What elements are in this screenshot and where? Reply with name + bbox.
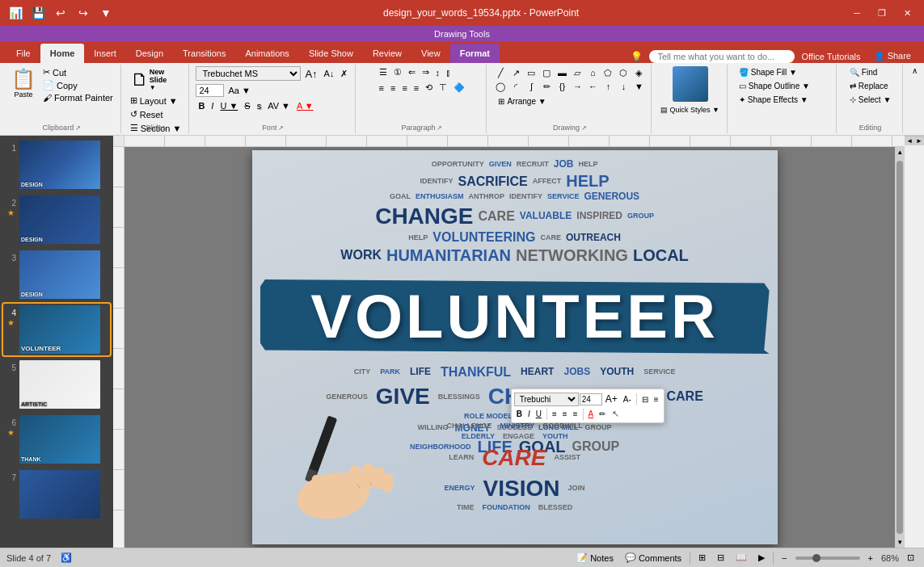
shape-more[interactable]: ▼ xyxy=(631,80,646,93)
align-text-button[interactable]: ⊤ xyxy=(437,82,449,94)
font-expand[interactable]: ↗ xyxy=(278,124,284,132)
close-button[interactable]: ✕ xyxy=(897,6,918,20)
shape-brace[interactable]: {} xyxy=(555,80,569,93)
app-icon[interactable]: 📊 xyxy=(6,4,24,22)
bullet-list-button[interactable]: ☰ xyxy=(377,66,390,78)
shape-line[interactable]: ╱ xyxy=(493,66,508,79)
columns-button[interactable]: ⫿ xyxy=(444,67,454,78)
decrease-font-size-button[interactable]: A↓ xyxy=(322,68,337,79)
find-button[interactable]: 🔍 Find xyxy=(843,66,884,78)
zoom-in-button[interactable]: + xyxy=(865,552,876,564)
scrollbar-vertical[interactable]: ▲ ▼ xyxy=(895,147,905,548)
customize-qat-button[interactable]: ▼ xyxy=(97,4,115,22)
mini-shrink-font[interactable]: A- xyxy=(621,393,634,405)
font-color-button[interactable]: A ▼ xyxy=(294,100,316,111)
restore-button[interactable]: ❒ xyxy=(871,6,892,20)
decrease-indent-button[interactable]: ⇐ xyxy=(406,66,418,78)
scroll-up-arrow[interactable]: ▲ xyxy=(895,147,905,158)
change-case-button[interactable]: Aa ▼ xyxy=(226,85,252,96)
shape-arrow-d[interactable]: ↓ xyxy=(616,80,631,93)
tab-design[interactable]: Design xyxy=(126,44,173,63)
office-tutorials-link[interactable]: Office Tutorials xyxy=(801,52,860,61)
mini-columns-btn[interactable]: ⊟ xyxy=(639,393,651,405)
layout-button[interactable]: ⊞ Layout ▼ xyxy=(128,94,180,107)
mini-bold-button[interactable]: B xyxy=(514,408,525,420)
shape-connector[interactable]: ↗ xyxy=(508,66,523,79)
fit-slide-button[interactable]: ⊡ xyxy=(904,552,918,564)
shape-arrow-u[interactable]: ↑ xyxy=(601,80,615,93)
shape-parallelogram[interactable]: ▱ xyxy=(570,66,584,79)
mini-grow-font[interactable]: A+ xyxy=(603,392,620,406)
slide-thumb-2[interactable]: 2 ★ DESIGN xyxy=(3,194,110,246)
shape-trapezoid[interactable]: ⌂ xyxy=(585,66,600,79)
select-button[interactable]: ⊹ Select ▼ xyxy=(843,94,897,106)
replace-button[interactable]: ⇄ Replace xyxy=(843,80,895,92)
increase-indent-button[interactable]: ⇒ xyxy=(420,66,432,78)
shape-arrow-r[interactable]: → xyxy=(570,80,584,93)
mini-list-btn[interactable]: ≡ xyxy=(652,393,661,405)
align-right-button[interactable]: ≡ xyxy=(399,82,409,94)
slide-thumb-1[interactable]: 1 DESIGN xyxy=(3,139,110,191)
shape-outline-button[interactable]: ▭ Shape Outline ▼ xyxy=(734,80,831,92)
tab-transitions[interactable]: Transitions xyxy=(173,44,235,63)
bold-button[interactable]: B xyxy=(196,100,207,111)
paste-button[interactable]: 📋 Paste xyxy=(8,66,39,100)
cut-button[interactable]: ✂ Cut xyxy=(40,66,116,78)
tab-view[interactable]: View xyxy=(411,44,450,63)
paragraph-expand[interactable]: ↗ xyxy=(437,124,442,132)
slide-sorter-button[interactable]: ⊟ xyxy=(714,552,728,564)
redo-button[interactable]: ↪ xyxy=(74,4,92,22)
strikethrough-button[interactable]: S xyxy=(242,100,252,111)
char-spacing-button[interactable]: AV ▼ xyxy=(265,100,293,111)
save-button[interactable]: 💾 xyxy=(29,4,47,22)
text-direction-button[interactable]: ⟲ xyxy=(423,82,435,94)
shape-rect[interactable]: ▭ xyxy=(524,66,538,79)
mini-underline-button[interactable]: U xyxy=(534,408,544,420)
tab-animations[interactable]: Animations xyxy=(235,44,298,63)
shape-curve[interactable]: ∫ xyxy=(524,80,538,93)
shape-pentagon[interactable]: ⬠ xyxy=(601,66,615,79)
slide-thumb-5[interactable]: 5 ARTISTIC xyxy=(3,359,110,410)
mini-font-color-button[interactable]: A xyxy=(586,408,597,420)
collapse-ribbon-button[interactable]: ∧ xyxy=(909,65,921,77)
slide-canvas[interactable]: OPPORTUNITY GIVEN RECRUIT JOB HELP IDENT… xyxy=(252,150,778,544)
numbered-list-button[interactable]: ① xyxy=(391,66,404,78)
mini-align-right[interactable]: ≡ xyxy=(571,408,580,420)
tab-slideshow[interactable]: Slide Show xyxy=(299,44,363,63)
shape-effects-button[interactable]: ✦ Shape Effects ▼ xyxy=(734,94,831,106)
mini-italic-button[interactable]: I xyxy=(525,408,533,420)
text-shadow-button[interactable]: s xyxy=(255,100,264,111)
comments-button[interactable]: 💬 Comments xyxy=(622,552,685,564)
slide-thumb-3[interactable]: 3 DESIGN xyxy=(3,249,110,300)
shape-hexagon[interactable]: ⬡ xyxy=(616,66,631,79)
reading-view-button[interactable]: 📖 xyxy=(732,552,750,564)
notes-button[interactable]: 📝 Notes xyxy=(573,552,617,564)
slide-thumb-6[interactable]: 6 ★ THANK xyxy=(3,414,110,465)
font-size-input[interactable] xyxy=(196,84,224,97)
slide-thumb-7[interactable]: 7 xyxy=(3,468,110,520)
new-slide-button[interactable]: 🗋 New Slide ▼ xyxy=(128,66,171,93)
font-name-select[interactable]: Trebuchet MS xyxy=(196,66,301,81)
shape-rect2[interactable]: ▬ xyxy=(555,66,569,79)
shape-ellipse[interactable]: ◯ xyxy=(493,80,508,93)
italic-button[interactable]: I xyxy=(209,100,216,111)
shape-freeform[interactable]: ✏ xyxy=(539,80,554,93)
mini-align-center[interactable]: ≡ xyxy=(560,408,570,420)
tab-insert[interactable]: Insert xyxy=(84,44,126,63)
align-left-button[interactable]: ≡ xyxy=(377,82,386,94)
scroll-right-arrow[interactable]: ► xyxy=(916,137,922,145)
shape-arrow-l[interactable]: ← xyxy=(585,80,600,93)
quick-styles-button[interactable]: ▤ Quick Styles ▼ xyxy=(658,105,721,115)
align-center-button[interactable]: ≡ xyxy=(388,82,398,94)
format-painter-button[interactable]: 🖌 Format Painter xyxy=(40,92,116,103)
mini-highlight-button[interactable]: ✏ xyxy=(597,408,608,420)
clipboard-expand[interactable]: ↗ xyxy=(75,124,81,132)
underline-button[interactable]: U ▼ xyxy=(217,100,240,111)
tell-me-input[interactable] xyxy=(649,50,795,63)
undo-button[interactable]: ↩ xyxy=(52,4,70,22)
mini-font-size[interactable] xyxy=(580,393,602,405)
minimize-button[interactable]: ─ xyxy=(847,6,867,19)
clear-formatting-button[interactable]: ✗ xyxy=(338,68,350,80)
line-spacing-button[interactable]: ↕ xyxy=(433,67,443,78)
drawing-expand[interactable]: ↗ xyxy=(581,124,587,132)
